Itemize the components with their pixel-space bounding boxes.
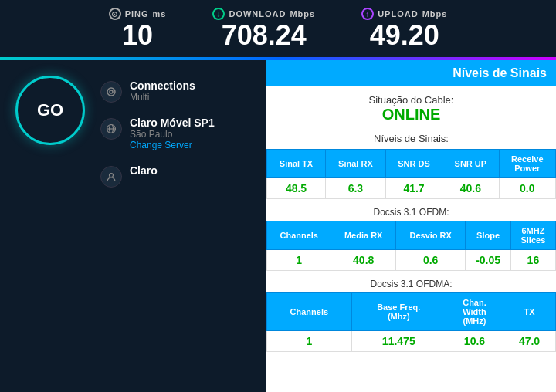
niveis-header: Níveis de Sinais: — [266, 131, 556, 149]
download-stat: ↓ DOWNLOAD Mbps 708.24 — [212, 8, 315, 51]
left-panel: GO Connections Multi — [0, 60, 266, 392]
ofdm-media-rx: 40.8 — [331, 249, 395, 270]
svg-point-0 — [107, 88, 115, 96]
ofdma-chan-width: 10.6 — [446, 330, 503, 351]
upload-value: 49.20 — [370, 20, 439, 51]
cable-status-value: ONLINE — [278, 106, 544, 123]
snr-ds-val: 41.7 — [385, 177, 442, 198]
cable-status-label: Situação do Cable: — [278, 94, 544, 106]
upload-icon: ↑ — [361, 8, 374, 20]
section2-title: Docsis 3.1 OFDM: — [266, 202, 556, 221]
connections-icon — [100, 81, 122, 103]
th-snr-ds: SNR DS — [385, 149, 442, 177]
connections-name: Connections — [130, 79, 195, 92]
ping-stat: ⊙ PING ms 10 — [109, 8, 167, 51]
th-snr-up: SNR UP — [442, 149, 499, 177]
ofdm-slices: 16 — [510, 249, 555, 270]
receive-power-val: 0.0 — [499, 177, 555, 198]
ofdm-row: 1 40.8 0.6 -0.05 16 — [267, 249, 556, 270]
connections-sub: Multi — [130, 92, 195, 103]
right-panel: Níveis de Sinais Situação do Cable: ONLI… — [266, 60, 556, 392]
server-city: São Paulo — [130, 129, 215, 140]
server-info: Claro Móvel SP1 São Paulo Change Server — [130, 117, 215, 150]
globe-svg — [106, 123, 117, 134]
download-label: ↓ DOWNLOAD Mbps — [212, 8, 315, 20]
sinal-rx-val: 6.3 — [326, 177, 386, 198]
panel-header: Níveis de Sinais — [266, 60, 556, 86]
th-slope: Slope — [466, 221, 510, 249]
th-channels-ofdm: Channels — [267, 221, 331, 249]
table-row: 48.5 6.3 41.7 40.6 0.0 — [267, 177, 556, 198]
th-tx: TX — [503, 292, 556, 330]
signal-table: Sinal TX Sinal RX SNR DS SNR UP ReceiveP… — [266, 149, 556, 199]
server-name: Claro Móvel SP1 — [130, 117, 215, 129]
snr-up-val: 40.6 — [442, 177, 499, 198]
ofdm-slope: -0.05 — [466, 249, 510, 270]
ping-icon: ⊙ — [109, 8, 121, 20]
server-item: Claro Móvel SP1 São Paulo Change Server — [100, 117, 215, 150]
server-icon — [100, 118, 122, 140]
svg-point-1 — [110, 90, 113, 93]
ofdma-base-freq: 11.475 — [351, 330, 446, 351]
section3-title: Docsis 3.1 OFDMA: — [266, 274, 556, 292]
user-item: Claro — [100, 164, 215, 188]
th-desvio-rx: Desvio RX — [395, 221, 465, 249]
main-content: GO Connections Multi — [0, 60, 556, 392]
download-icon: ↓ — [212, 8, 225, 20]
go-button[interactable]: GO — [15, 76, 85, 145]
ofdm-desvio-rx: 0.6 — [395, 249, 465, 270]
download-value: 708.24 — [222, 20, 307, 51]
ping-value: 10 — [122, 20, 153, 51]
ofdma-channels: 1 — [267, 330, 352, 351]
cable-status: Situação do Cable: ONLINE — [266, 86, 556, 131]
user-info: Claro — [130, 164, 158, 177]
ofdma-tx: 47.0 — [503, 330, 556, 351]
ofdm-table: Channels Media RX Desvio RX Slope 6MHZSl… — [266, 221, 556, 271]
th-sinal-tx: Sinal TX — [267, 149, 326, 177]
sinal-tx-val: 48.5 — [267, 177, 326, 198]
ping-label: ⊙ PING ms — [109, 8, 167, 20]
th-6mhz-slices: 6MHZSlices — [510, 221, 555, 249]
stats-bar: ⊙ PING ms 10 ↓ DOWNLOAD Mbps 708.24 ↑ UP… — [0, 0, 556, 57]
th-sinal-rx: Sinal RX — [326, 149, 386, 177]
connections-svg — [106, 86, 117, 97]
th-media-rx: Media RX — [331, 221, 395, 249]
change-server-link[interactable]: Change Server — [130, 140, 215, 150]
user-name: Claro — [130, 164, 158, 177]
upload-label: ↑ UPLOAD Mbps — [361, 8, 447, 20]
ofdm-channels: 1 — [267, 249, 331, 270]
server-list: Connections Multi Claro Móvel SP1 São Pa… — [100, 76, 215, 188]
svg-point-5 — [110, 173, 114, 177]
th-chan-width: Chan.Width(MHz) — [446, 292, 503, 330]
connections-info: Connections Multi — [130, 79, 195, 103]
upload-stat: ↑ UPLOAD Mbps 49.20 — [361, 8, 447, 51]
th-base-freq: Base Freq.(Mhz) — [351, 292, 446, 330]
user-svg — [106, 171, 117, 182]
user-icon — [100, 166, 122, 188]
ofdma-table: Channels Base Freq.(Mhz) Chan.Width(MHz)… — [266, 292, 556, 352]
ofdma-row: 1 11.475 10.6 47.0 — [267, 330, 556, 351]
th-channels-ofdma: Channels — [267, 292, 352, 330]
th-receive-power: ReceivePower — [499, 149, 555, 177]
connections-item: Connections Multi — [100, 79, 215, 103]
